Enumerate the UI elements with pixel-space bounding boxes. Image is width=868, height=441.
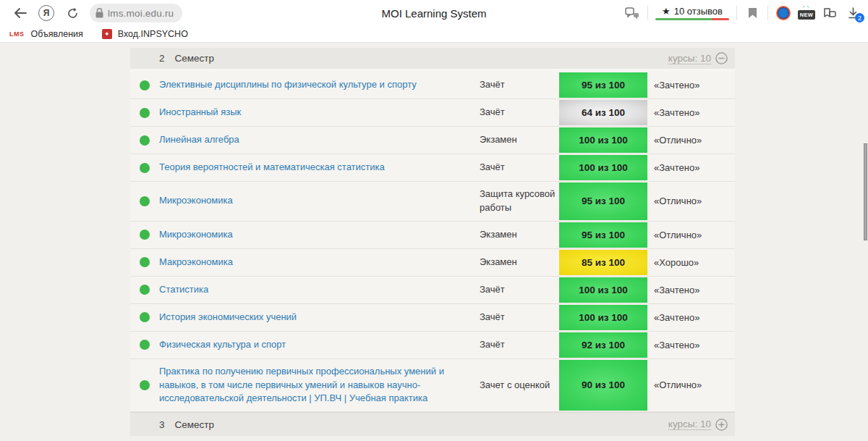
grade-text: «Отлично» — [647, 379, 735, 390]
course-link[interactable]: История экономических учений — [159, 305, 480, 330]
expand-icon[interactable] — [715, 419, 728, 431]
semester-title: Семестр — [175, 419, 215, 430]
courses-count-link[interactable]: курсы: 10 — [668, 419, 711, 430]
status-dot-icon — [140, 80, 150, 91]
star-icon: ★ — [662, 6, 671, 17]
url-text: lms.moi.edu.ru — [108, 8, 174, 19]
address-bar[interactable]: lms.moi.edu.ru — [90, 4, 182, 22]
score-badge: 100 из 100 — [559, 127, 647, 153]
assessment-type: Зачёт — [480, 277, 559, 303]
status-dot-icon — [140, 230, 150, 240]
status-dot-icon — [140, 312, 150, 322]
reviews-count: 10 отзывов — [674, 6, 723, 17]
course-row: Микроэкономика Экзамен 95 из 100 «Отличн… — [130, 222, 735, 249]
assessment-type: Экзамен — [480, 127, 559, 153]
score-badge: 92 из 100 — [559, 332, 647, 358]
bookmark-label: Вход.INPSYCHO — [118, 29, 188, 39]
status-dot-icon — [140, 257, 150, 267]
score-badge: 95 из 100 — [559, 222, 647, 248]
reviews-rating-bar — [655, 18, 729, 20]
courses-count-link[interactable]: курсы: 10 — [668, 53, 711, 64]
inpsycho-favicon: ✦ — [102, 29, 112, 39]
score-badge: 100 из 100 — [559, 277, 647, 303]
browser-toolbar: Я lms.moi.edu.ru MOI Learning System ★ 1… — [0, 0, 868, 26]
course-row: Элективные дисциплины по физической куль… — [130, 72, 735, 99]
course-link[interactable]: Линейная алгебра — [159, 127, 480, 153]
course-rows: Элективные дисциплины по физической куль… — [130, 72, 735, 412]
screenshot-new-icon[interactable]: ⌜⌝ NEW — [799, 5, 814, 21]
score-badge: 100 из 100 — [559, 305, 647, 330]
grade-text: «Зачтено» — [647, 340, 735, 350]
bookmarks-bar: LMS Объявления ✦ Вход.INPSYCHO — [0, 26, 868, 43]
grade-text: «Зачтено» — [647, 107, 735, 118]
status-dot-icon — [140, 135, 150, 146]
assessment-type: Экзамен — [480, 250, 559, 275]
course-row: Линейная алгебра Экзамен 100 из 100 «Отл… — [130, 127, 735, 154]
course-row: Иностранный язык Зачёт 64 из 100 «Зачтен… — [130, 99, 735, 127]
collapse-icon[interactable] — [715, 52, 728, 64]
score-badge: 95 из 100 — [559, 182, 647, 220]
browser-menu-button[interactable]: Я — [36, 3, 56, 23]
grade-text: «Зачтено» — [647, 285, 735, 295]
status-dot-icon — [140, 196, 150, 206]
bookmark-icon[interactable] — [744, 5, 760, 21]
course-row: Физическая культура и спорт Зачёт 92 из … — [130, 332, 735, 359]
status-dot-icon — [140, 163, 150, 173]
bookmark-label: Объявления — [31, 29, 83, 39]
status-dot-icon — [140, 285, 150, 295]
assessment-type: Зачёт — [480, 100, 559, 125]
scrollbar-thumb[interactable] — [864, 143, 867, 240]
semester-header: 2 Семестр курсы: 10 — [130, 48, 735, 72]
course-row: Микроэкономика Защита курсовой работы 95… — [130, 182, 735, 222]
course-link[interactable]: Физическая культура и спорт — [159, 332, 480, 358]
toolbar-separator — [767, 6, 768, 20]
yandex-logo-icon: Я — [38, 5, 54, 21]
grade-text: «Зачтено» — [647, 312, 735, 323]
bookmark-item-inpsycho[interactable]: ✦ Вход.INPSYCHO — [102, 29, 188, 39]
status-dot-icon — [140, 108, 150, 118]
assessment-type: Зачет с оценкой — [480, 373, 559, 398]
course-row: Практика по получению первичных професси… — [130, 359, 735, 413]
course-link[interactable]: Статистика — [159, 277, 480, 303]
grade-text: «Зачтено» — [647, 162, 735, 173]
extension-icon[interactable] — [775, 5, 791, 21]
score-badge: 90 из 100 — [559, 360, 647, 411]
collections-icon[interactable] — [822, 5, 838, 21]
semester-number: 3 — [159, 419, 165, 430]
bookmark-item-announcements[interactable]: LMS Объявления — [9, 29, 83, 39]
course-link[interactable]: Элективные дисциплины по физической куль… — [159, 72, 480, 98]
assessment-type: Зачёт — [480, 155, 559, 180]
grade-text: «Отлично» — [647, 135, 735, 146]
assessment-type: Защита курсовой работы — [480, 182, 559, 221]
grade-text: «Зачтено» — [647, 80, 735, 91]
back-button[interactable] — [10, 3, 30, 23]
page-content: 2 Семестр курсы: 10 Элективные дисциплин… — [0, 43, 868, 441]
course-link[interactable]: Макроэкономика — [159, 250, 480, 275]
grade-text: «Отлично» — [647, 196, 735, 206]
toolbar-separator — [736, 6, 737, 20]
semester-table: 2 Семестр курсы: 10 Элективные дисциплин… — [130, 48, 735, 436]
course-link[interactable]: Микроэкономика — [159, 222, 480, 248]
semester-title: Семестр — [175, 53, 215, 64]
semester-number: 2 — [159, 53, 165, 64]
feedback-icon[interactable] — [624, 5, 640, 21]
assessment-type: Экзамен — [480, 222, 559, 248]
toolbar-separator — [647, 6, 648, 20]
assessment-type: Зачёт — [480, 72, 559, 98]
assessment-type: Зачёт — [480, 332, 559, 358]
course-link[interactable]: Иностранный язык — [159, 100, 480, 125]
grade-text: «Отлично» — [647, 230, 735, 240]
downloads-button[interactable]: 2 — [845, 5, 861, 21]
refresh-button[interactable] — [62, 3, 82, 23]
score-badge: 95 из 100 — [559, 72, 647, 98]
status-dot-icon — [140, 380, 150, 390]
course-link[interactable]: Теория вероятностей и математическая ста… — [159, 155, 480, 180]
course-row: Теория вероятностей и математическая ста… — [130, 154, 735, 182]
course-link[interactable]: Практика по получению первичных професси… — [159, 359, 480, 412]
course-link[interactable]: Микроэкономика — [159, 188, 480, 214]
site-reviews-button[interactable]: ★ 10 отзывов — [655, 6, 729, 20]
next-semester-header: 3 Семестр курсы: 10 — [130, 412, 735, 436]
grade-text: «Хорошо» — [647, 257, 735, 268]
score-badge: 85 из 100 — [559, 250, 647, 275]
course-row: Макроэкономика Экзамен 85 из 100 «Хорошо… — [130, 249, 735, 277]
